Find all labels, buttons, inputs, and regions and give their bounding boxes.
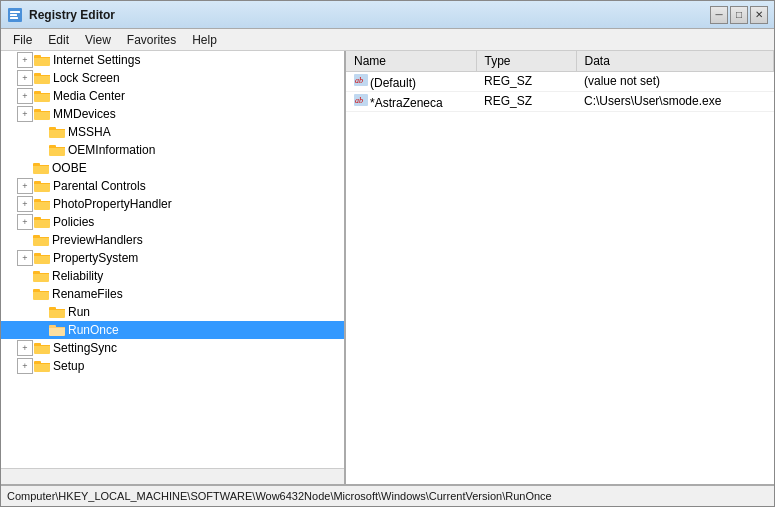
tree-item[interactable]: + PropertySystem [1,249,344,267]
svg-text:ab: ab [355,76,363,85]
svg-rect-22 [33,165,49,174]
svg-rect-4 [34,57,50,66]
svg-rect-39 [34,255,50,256]
svg-rect-33 [34,219,50,220]
svg-rect-48 [49,309,65,310]
svg-text:ab: ab [355,96,363,105]
close-button[interactable]: ✕ [750,6,768,24]
cell-data: C:\Users\User\smode.exe [576,91,774,111]
status-path: Computer\HKEY_LOCAL_MACHINE\SOFTWARE\Wow… [7,490,552,502]
menu-help[interactable]: Help [184,31,225,49]
tree-item-label: PropertySystem [53,251,138,265]
folder-icon [33,287,49,301]
svg-rect-34 [33,237,49,246]
expand-button[interactable]: + [17,178,33,194]
folder-icon [34,215,50,229]
cell-data: (value not set) [576,71,774,91]
tree-item[interactable]: PreviewHandlers [1,231,344,249]
svg-rect-31 [34,219,50,228]
tree-item-label: RenameFiles [52,287,123,301]
tree-item[interactable]: + PhotoPropertyHandler [1,195,344,213]
tree-hscroll[interactable] [1,468,344,484]
expand-button[interactable]: + [17,88,33,104]
tree-item[interactable]: + Parental Controls [1,177,344,195]
col-name[interactable]: Name [346,51,476,71]
expand-button[interactable]: + [17,196,33,212]
menu-edit[interactable]: Edit [40,31,77,49]
svg-rect-52 [34,345,50,354]
tree-item-label: MMDevices [53,107,116,121]
svg-rect-28 [34,201,50,210]
content-area: + Internet Settings+ Lock Screen+ Media … [1,51,774,484]
tree-item[interactable]: MSSHA [1,123,344,141]
tree-item-label: Media Center [53,89,125,103]
folder-icon [49,305,65,319]
expand-button[interactable]: + [17,250,33,266]
col-type[interactable]: Type [476,51,576,71]
menu-view[interactable]: View [77,31,119,49]
tree-item-label: OEMInformation [68,143,155,157]
folder-icon [34,71,50,85]
menu-file[interactable]: File [5,31,40,49]
svg-rect-36 [33,237,49,238]
registry-editor-window: Registry Editor ─ □ ✕ File Edit View Fav… [0,0,775,507]
svg-rect-19 [49,147,65,156]
tree-item[interactable]: Reliability [1,267,344,285]
tree-pane: + Internet Settings+ Lock Screen+ Media … [1,51,346,484]
tree-item[interactable]: + Internet Settings [1,51,344,69]
tree-item[interactable]: OEMInformation [1,141,344,159]
expand-button[interactable]: + [17,358,33,374]
reg-type-icon: ab [354,76,370,90]
col-data[interactable]: Data [576,51,774,71]
tree-item[interactable]: + Media Center [1,87,344,105]
tree-item[interactable]: OOBE [1,159,344,177]
tree-scroll[interactable]: + Internet Settings+ Lock Screen+ Media … [1,51,344,468]
status-bar: Computer\HKEY_LOCAL_MACHINE\SOFTWARE\Wow… [1,484,774,506]
tree-item-label: PhotoPropertyHandler [53,197,172,211]
tree-item[interactable]: Run [1,303,344,321]
svg-rect-13 [34,111,50,120]
folder-icon [34,179,50,193]
tree-item-label: Run [68,305,90,319]
tree-item[interactable]: + Policies [1,213,344,231]
table-row[interactable]: ab *AstraZenecaREG_SZC:\Users\User\smode… [346,91,774,111]
app-icon [7,7,23,23]
expand-button[interactable]: + [17,106,33,122]
svg-rect-21 [49,147,65,148]
folder-icon [34,89,50,103]
svg-rect-57 [34,363,50,364]
cell-name: ab (Default) [346,71,476,91]
tree-item-label: Internet Settings [53,53,140,67]
svg-rect-24 [33,165,49,166]
tree-item[interactable]: + Lock Screen [1,69,344,87]
detail-pane: Name Type Data ab (Default)REG_SZ(value … [346,51,774,484]
expand-button[interactable]: + [17,70,33,86]
restore-button[interactable]: □ [730,6,748,24]
tree-item[interactable]: + Setup [1,357,344,375]
folder-icon [33,161,49,175]
tree-item-label: OOBE [52,161,87,175]
cell-type: REG_SZ [476,91,576,111]
expand-button[interactable]: + [17,214,33,230]
tree-item-label: PreviewHandlers [52,233,143,247]
tree-item[interactable]: + MMDevices [1,105,344,123]
menu-bar: File Edit View Favorites Help [1,29,774,51]
tree-item[interactable]: RunOnce [1,321,344,339]
svg-rect-6 [34,57,50,58]
expand-button[interactable]: + [17,340,33,356]
svg-rect-51 [49,327,65,328]
folder-icon [34,359,50,373]
minimize-button[interactable]: ─ [710,6,728,24]
tree-item[interactable]: + SettingSync [1,339,344,357]
svg-rect-54 [34,345,50,346]
menu-favorites[interactable]: Favorites [119,31,184,49]
tree-item[interactable]: RenameFiles [1,285,344,303]
folder-icon [34,341,50,355]
tree-item-label: Policies [53,215,94,229]
table-row[interactable]: ab (Default)REG_SZ(value not set) [346,71,774,91]
svg-rect-30 [34,201,50,202]
expand-button[interactable]: + [17,52,33,68]
svg-rect-2 [10,14,17,16]
svg-rect-15 [34,111,50,112]
detail-scroll[interactable]: Name Type Data ab (Default)REG_SZ(value … [346,51,774,484]
